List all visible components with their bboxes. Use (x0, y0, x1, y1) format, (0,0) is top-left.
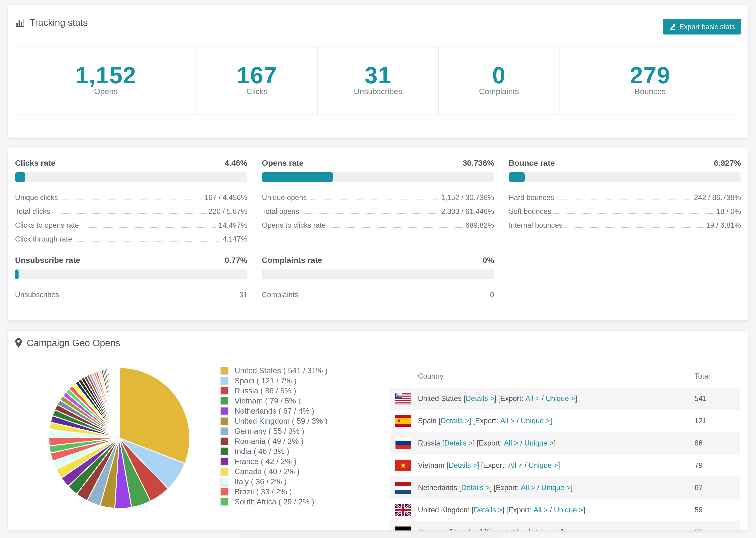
legend-item: South Africa ( 29 / 2% ) (220, 498, 384, 506)
country-total: 55 (694, 521, 740, 531)
export-unique-link[interactable]: Unique > (541, 484, 571, 492)
total-column-header: Total (694, 358, 740, 388)
bounces-label: Bounces (560, 87, 741, 96)
export-all-link[interactable]: All > (525, 394, 540, 403)
complaints-count: 0 (439, 64, 559, 86)
geo-legend: United States ( 541 / 31% )Spain ( 121 /… (215, 352, 384, 531)
legend-item: Vietnam ( 79 / 5% ) (220, 397, 384, 405)
rate-title: Clicks rate (15, 158, 55, 168)
rate-title: Unsubscribe rate (15, 255, 80, 265)
geo-body: United States ( 541 / 31% )Spain ( 121 /… (8, 352, 748, 531)
flag-icon-ru (395, 437, 411, 449)
export-all-link[interactable]: All > (533, 506, 548, 514)
stat-label: Unsubscribes (15, 291, 59, 298)
rate-rows: Unsubscribes 31 (15, 288, 247, 301)
bottom-scroll-pill (240, 534, 501, 538)
details-link[interactable]: Details > (461, 484, 490, 492)
export-all-link[interactable]: All > (508, 461, 523, 470)
complaints-label: Complaints (439, 87, 559, 96)
progress-bar (262, 269, 494, 279)
unsubscribes-label: Unsubscribes (318, 87, 438, 96)
stat-value: 689.82% (465, 222, 494, 229)
dotted-leader (62, 297, 237, 297)
geo-table-row: Russia [Details >] [Export: All > / Uniq… (390, 432, 740, 455)
details-link[interactable]: Details > (444, 439, 473, 447)
geo-table-row: United States [Details >] [Export: All >… (390, 388, 740, 410)
pie-slice[interactable] (119, 368, 119, 438)
country-total: 121 (694, 410, 740, 432)
export-basic-stats-button[interactable]: Export basic stats (663, 19, 741, 34)
export-unique-link[interactable]: Unique > (524, 439, 554, 447)
geo-title: Campaign Geo Opens (15, 337, 120, 349)
export-unique-link[interactable]: Unique > (546, 394, 575, 403)
export-unique-link[interactable]: Unique > (554, 506, 583, 514)
geo-table-wrap: Country Total United States [Details >] … (390, 358, 740, 531)
country-name: United States (418, 394, 464, 403)
details-link[interactable]: Details > (465, 394, 494, 403)
progress-bar-fill (15, 269, 19, 279)
stat-line: Clicks to opens rate 14.497% (15, 218, 247, 232)
stat-label: Complaints (262, 291, 298, 298)
rate-value: 4.46% (225, 158, 247, 168)
geo-table-row: United Kingdom [Details >] [Export: All … (390, 499, 740, 521)
legend-item: United Kingdom ( 59 / 3% ) (220, 417, 384, 425)
legend-swatch (220, 377, 229, 385)
geo-table-row: Netherlands [Details >] [Export: All > /… (390, 477, 740, 499)
details-link[interactable]: Details > (452, 528, 480, 531)
stat-line: Opens to clicks rate 689.82% (262, 218, 494, 232)
legend-swatch (220, 437, 229, 445)
flag-icon-us (395, 393, 411, 404)
country-name: Spain (418, 417, 439, 425)
legend-label: India ( 46 / 3% ) (235, 447, 289, 456)
rate-head: Complaints rate 0% (262, 255, 494, 265)
flag-icon-nl (395, 482, 411, 494)
export-unique-link[interactable]: Unique > (532, 528, 561, 531)
legend-swatch (220, 478, 229, 486)
rate-block-opens-rate: Opens rate 30.736% Unique opens 1,152 / … (262, 158, 494, 246)
progress-bar (262, 172, 494, 182)
summary-row: 1,152 Opens 167 Clicks 31 Unsubscribes 0… (15, 46, 741, 115)
rate-rows: Unique clicks 167 / 4.456% Total clicks … (15, 190, 247, 246)
details-link[interactable]: Details > (449, 461, 477, 470)
unsubscribes-count: 31 (318, 64, 438, 86)
export-all-link[interactable]: All > (500, 417, 514, 425)
export-unique-link[interactable]: Unique > (521, 417, 550, 425)
summary-clicks: 167 Clicks (197, 46, 318, 115)
legend-item: Russia ( 86 / 5% ) (220, 387, 384, 395)
flag-icon-gb (395, 504, 411, 516)
country-name: Vietnam (418, 461, 447, 470)
stat-value: 0 (490, 291, 494, 298)
details-link[interactable]: Details > (441, 417, 469, 425)
legend-label: Brazil ( 33 / 2% ) (235, 488, 292, 496)
dotted-leader (301, 297, 487, 297)
stat-line: Hard bounces 242 / 86.738% (509, 190, 741, 204)
country-total: 541 (694, 388, 740, 410)
rate-value: 0% (483, 255, 494, 265)
country-name: Germany (418, 528, 450, 531)
clicks-label: Clicks (197, 87, 317, 96)
rate-value: 6.927% (714, 158, 741, 168)
stat-line: Complaints 0 (262, 288, 494, 301)
rate-block-bounce-rate: Bounce rate 6.927% Hard bounces 242 / 86… (509, 158, 741, 246)
country-total: 79 (694, 455, 740, 477)
summary-complaints: 0 Complaints (439, 46, 560, 115)
stat-value: 1,152 / 30.736% (441, 194, 494, 201)
details-link[interactable]: Details > (474, 506, 502, 514)
export-all-link[interactable]: All > (504, 439, 518, 447)
export-unique-link[interactable]: Unique > (529, 461, 558, 470)
export-all-link[interactable]: All > (521, 484, 535, 492)
geo-opens-pie-chart[interactable] (47, 366, 191, 510)
tracking-stats-header: Tracking stats Export basic stats (8, 5, 748, 39)
dotted-leader (302, 213, 438, 214)
legend-swatch (220, 427, 229, 435)
dotted-leader (82, 227, 216, 228)
geo-header: Campaign Geo Opens (8, 331, 748, 352)
rate-title: Complaints rate (262, 255, 322, 265)
page: Tracking stats Export basic stats 1,152 … (0, 0, 756, 538)
legend-swatch (220, 397, 229, 405)
stat-line: Soft bounces 18 / 0% (509, 204, 741, 218)
export-all-link[interactable]: All > (512, 528, 526, 531)
geo-title-text: Campaign Geo Opens (27, 337, 120, 349)
clicks-count: 167 (197, 64, 317, 86)
legend-item: Romania ( 49 / 3% ) (220, 437, 384, 445)
